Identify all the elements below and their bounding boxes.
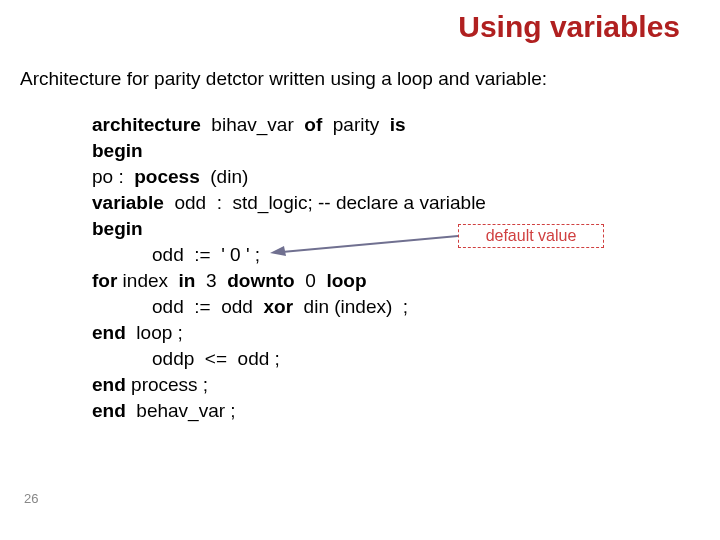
kw-loop: loop bbox=[326, 270, 366, 291]
slide-number: 26 bbox=[24, 491, 38, 506]
code-line-10: oddp <= odd ; bbox=[92, 346, 672, 372]
kw-for: for bbox=[92, 270, 117, 291]
kw-is: is bbox=[390, 114, 406, 135]
code-line-4: variable odd : std_logic; -- declare a v… bbox=[92, 190, 672, 216]
code-line-2: begin bbox=[92, 138, 672, 164]
kw-downto: downto bbox=[227, 270, 295, 291]
txt: behav_var ; bbox=[126, 400, 236, 421]
txt: parity bbox=[322, 114, 390, 135]
code-line-7: for index in 3 downto 0 loop bbox=[92, 268, 672, 294]
txt: bihav_var bbox=[201, 114, 305, 135]
txt: 3 bbox=[195, 270, 227, 291]
kw-end: end bbox=[92, 322, 126, 343]
kw-in: in bbox=[179, 270, 196, 291]
code-line-3: po : pocess (din) bbox=[92, 164, 672, 190]
txt: loop ; bbox=[126, 322, 183, 343]
txt: po : bbox=[92, 166, 134, 187]
kw-xor: xor bbox=[263, 296, 293, 317]
slide-title: Using variables bbox=[458, 10, 680, 44]
txt: index bbox=[117, 270, 178, 291]
kw-begin: begin bbox=[92, 140, 143, 161]
code-block: architecture bihav_var of parity is begi… bbox=[92, 112, 672, 424]
txt: odd : std_logic; -- declare a variable bbox=[164, 192, 486, 213]
kw-begin: begin bbox=[92, 218, 143, 239]
txt: oddp <= odd ; bbox=[152, 348, 280, 369]
code-line-11: end process ; bbox=[92, 372, 672, 398]
txt: odd := odd bbox=[152, 296, 263, 317]
txt: odd := ' 0 ' ; bbox=[152, 244, 260, 265]
kw-architecture: architecture bbox=[92, 114, 201, 135]
code-line-12: end behav_var ; bbox=[92, 398, 672, 424]
txt: 0 bbox=[295, 270, 327, 291]
code-line-9: end loop ; bbox=[92, 320, 672, 346]
txt: din (index) ; bbox=[293, 296, 408, 317]
slide-subtitle: Architecture for parity detctor written … bbox=[20, 68, 547, 90]
code-line-1: architecture bihav_var of parity is bbox=[92, 112, 672, 138]
kw-of: of bbox=[304, 114, 322, 135]
kw-process: pocess bbox=[134, 166, 199, 187]
txt: (din) bbox=[200, 166, 249, 187]
kw-end: end bbox=[92, 400, 126, 421]
kw-variable: variable bbox=[92, 192, 164, 213]
txt: process ; bbox=[126, 374, 208, 395]
kw-end: end bbox=[92, 374, 126, 395]
callout-box: default value bbox=[458, 224, 604, 248]
callout-label: default value bbox=[486, 227, 577, 245]
code-line-8: odd := odd xor din (index) ; bbox=[92, 294, 672, 320]
